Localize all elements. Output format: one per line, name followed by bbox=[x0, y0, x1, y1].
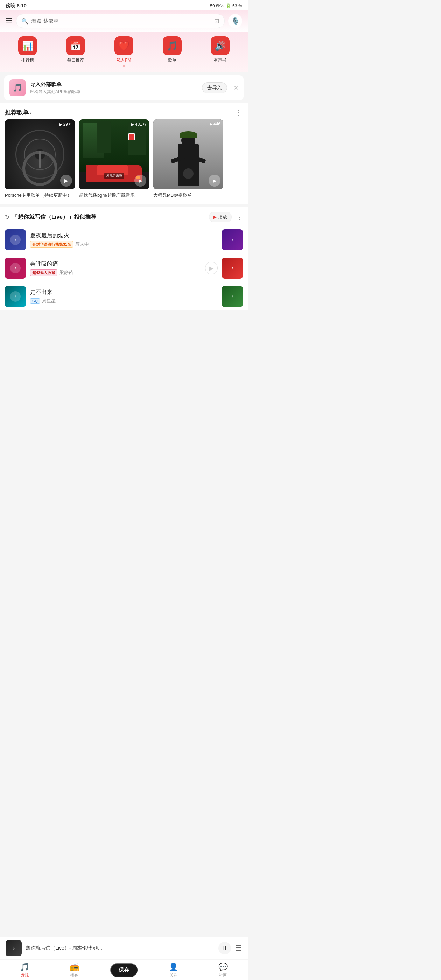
import-text: 导入外部歌单 轻松导入其他APP里的歌单 bbox=[30, 81, 198, 95]
song-meta-1: 开封华语流行榜第31名 颜人中 bbox=[30, 241, 218, 248]
import-close-icon[interactable]: ✕ bbox=[234, 84, 239, 92]
song-thumb-2: ♪ bbox=[5, 258, 26, 278]
nav-item-charts[interactable]: 📊 排行榜 bbox=[18, 37, 37, 67]
recommend-title: 推荐歌单 › bbox=[5, 108, 32, 116]
fm-active-dot bbox=[123, 65, 124, 67]
song-thumb-3: ♪ bbox=[5, 286, 26, 307]
charging-icon: % bbox=[238, 3, 242, 8]
playlist-card-2[interactable]: 发现音乐场 ▶ 481万 ▶ 超找气质bgm/超跑车载音乐 bbox=[79, 119, 149, 199]
playlist-thumb-3: ▶ 446 ▶ bbox=[153, 119, 223, 189]
similar-title-wrap: ↻ 「想你就写信（Live）」相似推荐 bbox=[5, 213, 209, 221]
recommend-arrow: › bbox=[30, 110, 32, 115]
song-name-1: 夏夜最后的烟火 bbox=[30, 232, 218, 239]
playlist-scroll: ▶ 29万 ▶ Porsche专用歌单（持续更新中） bbox=[0, 119, 248, 204]
play-all-button[interactable]: ▶ 播放 bbox=[209, 212, 232, 222]
import-subtitle: 轻松导入其他APP里的歌单 bbox=[30, 89, 198, 95]
search-icon: 🔍 bbox=[21, 18, 29, 24]
playlist-2-play-button[interactable]: ▶ bbox=[134, 175, 146, 186]
similar-section: ↻ 「想你就写信（Live）」相似推荐 ▶ 播放 ⋮ ♪ 夏夜最后的烟火 开封华… bbox=[0, 207, 248, 311]
refresh-icon[interactable]: ↻ bbox=[5, 214, 10, 221]
song-right-thumb-1: ♪ bbox=[222, 229, 243, 250]
import-title: 导入外部歌单 bbox=[30, 81, 198, 88]
charts-label: 排行榜 bbox=[21, 57, 34, 64]
play-all-icon: ▶ bbox=[213, 215, 217, 220]
status-bar: 傍晚 6:10 59.8K/s 🔋 53 % bbox=[0, 0, 248, 11]
nav-item-audiobook[interactable]: 🔊 有声书 bbox=[211, 37, 229, 67]
daily-label: 每日推荐 bbox=[67, 57, 84, 64]
daily-icon: 📅 bbox=[70, 41, 81, 51]
watermark-2: 发现音乐场 bbox=[104, 173, 124, 179]
audiobook-label: 有声书 bbox=[214, 57, 226, 64]
nav-item-fm[interactable]: ❤️ 私人FM bbox=[115, 37, 133, 67]
playlist-3-play-button[interactable]: ▶ bbox=[209, 175, 221, 186]
playlist-2-name: 超找气质bgm/超跑车载音乐 bbox=[79, 192, 149, 199]
playlist-1-play-button[interactable]: ▶ bbox=[60, 175, 72, 186]
song-info-3: 走不出来 SQ 周星星 bbox=[30, 289, 218, 304]
song-item-3[interactable]: ♪ 走不出来 SQ 周星星 ♪ bbox=[0, 282, 248, 311]
play-all-label: 播放 bbox=[218, 214, 227, 220]
song-info-2: 会呼吸的痛 超43%人收藏 梁静茹 bbox=[30, 260, 201, 276]
playlist-1-play-count: ▶ 29万 bbox=[59, 121, 72, 127]
charts-icon: 📊 bbox=[22, 41, 33, 51]
playlist-card-3[interactable]: ▶ 446 ▶ 大师兄MB健身歌单 bbox=[153, 119, 223, 199]
recommend-section-header: 推荐歌单 › ⋮ bbox=[0, 103, 248, 119]
song-artist-3: 周星星 bbox=[42, 298, 56, 304]
song-tag-3: SQ bbox=[30, 298, 40, 304]
playlist-thumb-2: 发现音乐场 ▶ 481万 ▶ bbox=[79, 119, 149, 189]
audiobook-icon: 🔊 bbox=[215, 41, 226, 51]
song-meta-3: SQ 周星星 bbox=[30, 298, 218, 304]
nav-icons: 📊 排行榜 📅 每日推荐 ❤️ 私人FM 🎵 歌单 🔊 有声书 bbox=[0, 32, 248, 72]
fm-icon: ❤️ bbox=[118, 41, 129, 51]
song-item-2[interactable]: ♪ 会呼吸的痛 超43%人收藏 梁静茹 ▶ ♪ bbox=[0, 254, 248, 282]
playlist-label: 歌单 bbox=[168, 57, 177, 64]
menu-icon[interactable]: ☰ bbox=[6, 16, 13, 25]
playlist-icon: 🎵 bbox=[167, 41, 178, 51]
fm-label: 私人FM bbox=[116, 57, 131, 64]
similar-title: 「想你就写信（Live）」相似推荐 bbox=[12, 213, 96, 221]
similar-more-icon[interactable]: ⋮ bbox=[236, 213, 243, 221]
daily-icon-box: 📅 bbox=[66, 37, 85, 55]
search-text: 海盗 蔡依林 bbox=[31, 18, 212, 24]
battery-icon: 🔋 bbox=[226, 3, 231, 8]
playlist-icon-box: 🎵 bbox=[163, 37, 181, 55]
playlist-2-play-count: ▶ 481万 bbox=[131, 121, 146, 127]
song-name-2: 会呼吸的痛 bbox=[30, 260, 201, 268]
status-right: 59.8K/s 🔋 53 % bbox=[210, 3, 242, 8]
search-bar[interactable]: 🔍 海盗 蔡依林 ⊡ bbox=[16, 14, 225, 28]
import-button[interactable]: 去导入 bbox=[202, 82, 227, 94]
song-play-btn-2[interactable]: ▶ bbox=[205, 262, 218, 274]
nav-item-daily[interactable]: 📅 每日推荐 bbox=[66, 37, 85, 67]
playlist-card-1[interactable]: ▶ 29万 ▶ Porsche专用歌单（持续更新中） bbox=[5, 119, 75, 199]
import-banner: 🎵 导入外部歌单 轻松导入其他APP里的歌单 去导入 ✕ bbox=[4, 75, 244, 100]
similar-header: ↻ 「想你就写信（Live）」相似推荐 ▶ 播放 ⋮ bbox=[0, 207, 248, 226]
song-tag-2: 超43%人收藏 bbox=[30, 269, 57, 276]
recommend-more-icon[interactable]: ⋮ bbox=[235, 108, 243, 116]
playlist-3-play-count: ▶ 446 bbox=[210, 121, 221, 126]
song-right-thumb-3: ♪ bbox=[222, 286, 243, 307]
fm-icon-box: ❤️ bbox=[115, 37, 133, 55]
scan-icon: ⊡ bbox=[214, 17, 220, 25]
playlist-thumb-1: ▶ 29万 ▶ bbox=[5, 119, 75, 189]
song-tag-1: 开封华语流行榜第31名 bbox=[30, 241, 73, 248]
header: ☰ 🔍 海盗 蔡依林 ⊡ 🎙️ bbox=[0, 11, 248, 32]
song-item-1[interactable]: ♪ 夏夜最后的烟火 开封华语流行榜第31名 颜人中 ♪ bbox=[0, 226, 248, 254]
playlist-3-name: 大师兄MB健身歌单 bbox=[153, 192, 223, 199]
song-name-3: 走不出来 bbox=[30, 289, 218, 296]
song-artist-2: 梁静茹 bbox=[59, 269, 73, 276]
song-list: ♪ 夏夜最后的烟火 开封华语流行榜第31名 颜人中 ♪ ♪ 会呼吸的痛 bbox=[0, 226, 248, 311]
battery-text: 53 bbox=[232, 3, 237, 8]
nav-item-playlist[interactable]: 🎵 歌单 bbox=[163, 37, 181, 67]
signal-text: 59.8K/s bbox=[210, 3, 224, 8]
song-thumb-1: ♪ bbox=[5, 229, 26, 250]
mic-button[interactable]: 🎙️ bbox=[228, 14, 242, 28]
charts-icon-box: 📊 bbox=[18, 37, 37, 55]
import-icon: 🎵 bbox=[9, 80, 26, 96]
song-right-thumb-2: ♪ bbox=[222, 258, 243, 278]
song-artist-1: 颜人中 bbox=[75, 241, 89, 247]
song-meta-2: 超43%人收藏 梁静茹 bbox=[30, 269, 201, 276]
status-time: 傍晚 6:10 bbox=[6, 3, 27, 9]
playlist-1-name: Porsche专用歌单（持续更新中） bbox=[5, 192, 75, 199]
audiobook-icon-box: 🔊 bbox=[211, 37, 229, 55]
search-row: ☰ 🔍 海盗 蔡依林 ⊡ 🎙️ bbox=[6, 14, 242, 28]
song-info-1: 夏夜最后的烟火 开封华语流行榜第31名 颜人中 bbox=[30, 232, 218, 248]
